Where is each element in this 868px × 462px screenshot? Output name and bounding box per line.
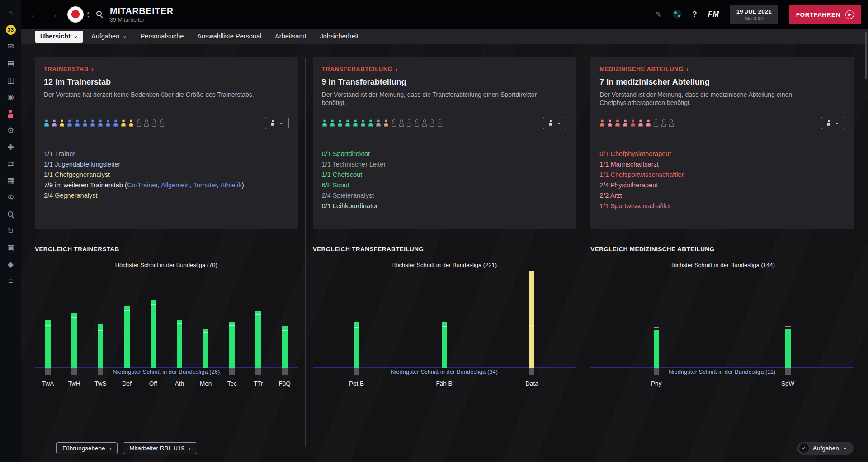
training-icon[interactable]: ⚙ (0, 122, 21, 139)
competitions-icon[interactable]: ♔ (0, 189, 21, 206)
role-item[interactable]: 1/1 Chefsportwissenschaftler (599, 170, 844, 180)
scouting-icon[interactable] (0, 206, 21, 223)
staff-person-icon (59, 119, 65, 127)
staff-icon[interactable] (0, 105, 21, 122)
role-item[interactable]: 2/4 Spieleranalyst (322, 191, 567, 201)
role-item[interactable]: 2/4 Gegneranalyst (44, 191, 289, 201)
season-icon[interactable]: ↻ (0, 223, 21, 239)
role-link[interactable]: Torhüter (193, 181, 217, 189)
dynamics-icon[interactable]: ◉ (0, 89, 21, 105)
edit-button[interactable]: ✎ (656, 10, 662, 19)
role-link[interactable]: Allgemein (161, 181, 190, 189)
squad-icon[interactable]: ▤ (0, 55, 21, 72)
role-item[interactable]: 7/9 im weiteren Trainerstab (Co-Trainer,… (44, 180, 289, 191)
compare-section-title: VERGLEICH MEDIZINISCHE ABTEILUNG (590, 246, 854, 252)
compare-section-title: VERGLEICH TRANSFERABTEILUNG (313, 246, 576, 252)
fm-logo[interactable]: FM (708, 10, 719, 19)
panel-header-link[interactable]: TRAINERSTAB› (44, 66, 94, 73)
tab-uebersicht[interactable]: Übersicht⌄ (35, 31, 83, 42)
chevron-right-icon: › (91, 66, 94, 73)
chart-category-label: TwA (42, 380, 54, 387)
role-item[interactable]: 6/8 Scout (322, 180, 567, 191)
panel-header-link[interactable]: MEDIZINISCHE ABTEILUNG› (599, 66, 689, 73)
staff-slot-empty-icon (437, 119, 443, 127)
role-item[interactable]: 0/1 Leihkoordinator (322, 201, 567, 211)
tab-arbeitsamt[interactable]: Arbeitsamt (269, 31, 311, 42)
chart-category-label: Tec (227, 380, 237, 387)
role-item[interactable]: 0/1 Chefphysiotherapeut (599, 149, 844, 159)
staff-person-icon (330, 119, 335, 127)
footer-shortcut-buttons: Führungsebene›Mitarbeiter RBL U19› (56, 442, 197, 454)
staff-person-icon (638, 119, 643, 127)
world-button[interactable] (673, 10, 682, 20)
help-button[interactable]: ? (693, 10, 697, 19)
panel-header-link[interactable]: TRANSFERABTEILUNG› (322, 66, 398, 73)
role-item[interactable]: 1/1 Mannschaftsarzt (599, 159, 844, 170)
game-date[interactable]: 19 JUL 2021 Mo 0:00 (730, 5, 778, 24)
tab-jobsicherheit[interactable]: Jobsicherheit (315, 31, 364, 42)
footer-nav-button[interactable]: Mitarbeiter RBL U19› (123, 442, 197, 454)
role-item[interactable]: 1/1 Trainer (44, 149, 289, 159)
medical-icon[interactable]: ✚ (0, 139, 21, 156)
chart-bar-stub (282, 368, 288, 375)
tasks-dropdown[interactable]: ✓ Aufgaben ⌄ (797, 442, 854, 455)
tab-aufgaben[interactable]: Aufgaben⌄ (86, 31, 132, 42)
search-button[interactable] (96, 11, 103, 19)
staff-person-icon (376, 119, 381, 127)
column-divider (583, 58, 583, 447)
role-item[interactable]: 1/1 Chefscout (322, 170, 567, 180)
chart-category-label: Fäh B (436, 380, 452, 387)
staff-person-icon (82, 119, 88, 127)
schedule-icon[interactable]: ▦ (0, 172, 21, 189)
role-link[interactable]: Co-Trainer (127, 181, 158, 189)
header-actions: ✎ ? FM 19 JUL 2021 Mo 0:00 FORTFAHREN ▶ (656, 5, 861, 24)
panel-description: Der Vorstand ist der Meinung, dass die m… (599, 90, 839, 110)
chart-bar (45, 320, 51, 368)
club-icon[interactable]: ▣ (0, 239, 21, 256)
chart-category-label: TTr (254, 380, 263, 387)
staff-person-icon (7, 110, 14, 118)
staff-slot-empty-icon (406, 119, 412, 127)
forward-button[interactable]: → (49, 10, 58, 19)
inbox-icon[interactable]: ✉ (0, 38, 21, 55)
role-item[interactable]: 2/4 Physiotherapeut (599, 180, 844, 191)
club-cycle-chevrons[interactable]: ▴ ▾ (87, 11, 89, 19)
role-text: 7/9 im weiteren Trainerstab ( (44, 181, 127, 189)
staff-department-panel: MEDIZINISCHE ABTEILUNG›7 in medizinische… (590, 57, 854, 229)
tactics-icon[interactable]: ◫ (0, 72, 21, 89)
staff-person-icon (353, 119, 358, 127)
staff-view-dropdown[interactable]: ⌄ (543, 117, 566, 129)
club-crest[interactable] (67, 6, 84, 23)
chart-bar (442, 322, 447, 368)
tab-auswahlliste-personal[interactable]: Auswahlliste Personal (192, 31, 267, 42)
role-item[interactable]: 1/1 Technischer Leiter (322, 159, 567, 170)
chart-bar-stub (229, 368, 235, 375)
role-item[interactable]: 1/1 Jugendabteilungsleiter (44, 159, 289, 170)
role-item[interactable]: 2/2 Arzt (599, 191, 844, 201)
continue-label: FORTFAHREN (796, 11, 840, 18)
continue-button[interactable]: FORTFAHREN ▶ (789, 5, 861, 24)
league-icon[interactable]: ≡ (0, 273, 21, 290)
staff-person-icon (98, 119, 103, 127)
scrollbar-thumb[interactable] (865, 32, 867, 79)
footer-nav-button[interactable]: Führungsebene› (56, 442, 118, 454)
role-item[interactable]: 0/1 Sportdirektor (322, 149, 567, 159)
role-link[interactable]: Athletik (220, 181, 242, 189)
tab-personalsuche[interactable]: Personalsuche (135, 31, 189, 42)
home-icon[interactable]: ⌂ (0, 5, 21, 21)
back-button[interactable]: ← (30, 10, 39, 19)
transfers-icon[interactable]: ⇄ (0, 156, 21, 172)
staff-slot-empty-icon (136, 119, 142, 127)
chart-base-area: PhySpWNiedrigster Schnitt in der Bundesl… (590, 368, 854, 391)
finances-icon[interactable]: ◆ (0, 256, 21, 273)
staff-view-dropdown[interactable]: ⌄ (821, 117, 844, 129)
chart-bar (282, 326, 288, 368)
chart-category-label: Def (122, 380, 132, 387)
role-item[interactable]: 1/1 Sportwissenschaftler (599, 201, 844, 211)
chevron-down-icon: ⌄ (835, 119, 839, 125)
role-item[interactable]: 1/1 Chefgegneranalyst (44, 170, 289, 180)
chart-min-label: Niedrigster Schnitt in der Bundesliga (2… (108, 368, 224, 375)
staff-view-dropdown[interactable]: ⌄ (265, 117, 288, 129)
panel-title: 12 im Trainerstab (44, 77, 289, 87)
chart-marker (282, 330, 288, 331)
